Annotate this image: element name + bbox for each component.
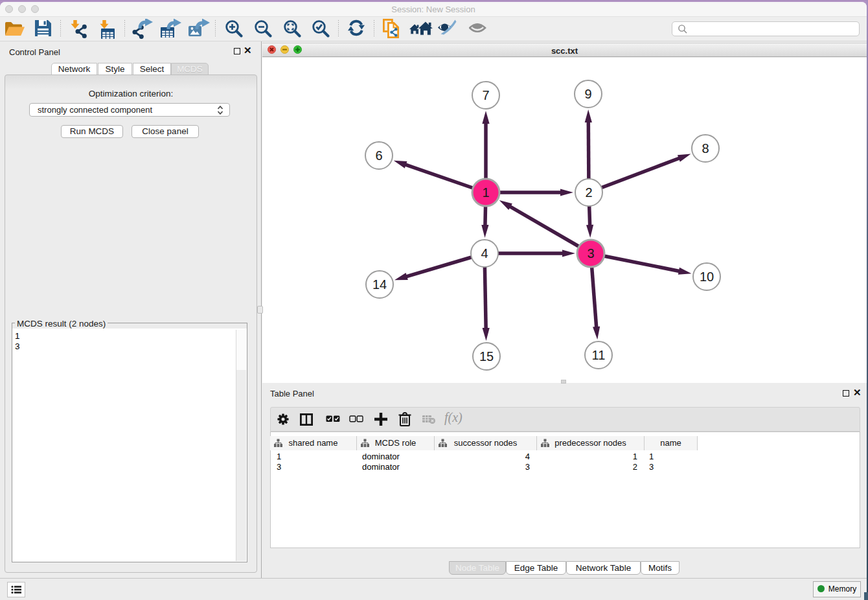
svg-text:10: 10 xyxy=(700,270,714,284)
svg-text:9: 9 xyxy=(584,87,591,101)
svg-text:2: 2 xyxy=(585,185,592,200)
svg-text:8: 8 xyxy=(702,141,709,156)
svg-text:7: 7 xyxy=(482,88,489,102)
svg-text:4: 4 xyxy=(481,246,488,260)
svg-text:3: 3 xyxy=(587,246,594,260)
svg-text:14: 14 xyxy=(372,277,387,292)
svg-text:11: 11 xyxy=(592,348,606,362)
svg-text:15: 15 xyxy=(479,349,494,363)
svg-text:6: 6 xyxy=(375,148,382,163)
svg-text:1: 1 xyxy=(482,185,489,200)
